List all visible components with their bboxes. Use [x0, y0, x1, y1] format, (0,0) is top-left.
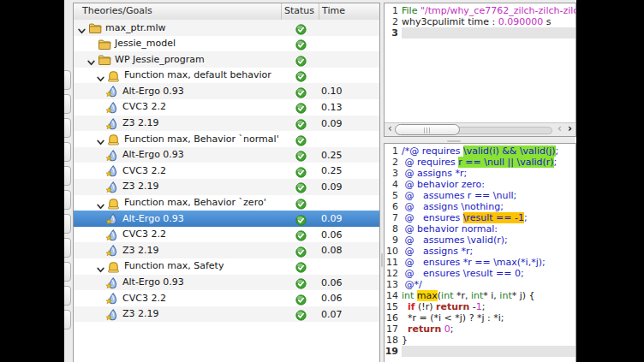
expander-icon[interactable]	[96, 71, 105, 80]
scroll-left-icon[interactable]: ‹	[385, 123, 396, 135]
prover-icon	[105, 276, 119, 289]
scrollbar-thumb[interactable]	[395, 124, 460, 135]
expander-icon[interactable]	[96, 134, 105, 144]
tree-row-label: CVC3 2.2	[122, 101, 166, 112]
toolbar-button-stub[interactable]	[64, 118, 71, 138]
prover-icon	[105, 117, 119, 130]
expander-icon[interactable]	[96, 262, 105, 271]
column-header-status[interactable]: Status	[281, 3, 319, 20]
theory-icon	[107, 69, 121, 82]
tree-row[interactable]: Jessie_model	[74, 36, 379, 52]
tree-row[interactable]: max_ptr.mlw	[74, 20, 379, 36]
status-valid-icon	[295, 22, 307, 33]
prover-icon	[105, 244, 119, 257]
horizontal-splitter-grip[interactable]	[447, 140, 461, 142]
tree-row[interactable]: CVC3 2.2 0.25	[74, 163, 379, 179]
line-number: 7	[385, 212, 398, 223]
code-line: 2why3cpulimit time : 0.090000 s	[385, 16, 575, 27]
tree-row[interactable]: Z3 2.19 0.08	[74, 242, 379, 258]
tree-row[interactable]: CVC3 2.2 0.06	[74, 290, 379, 306]
horizontal-scrollbar[interactable]: ‹ ‹ ›	[385, 122, 575, 136]
status-valid-icon	[295, 213, 307, 224]
time-value: 0.09	[321, 213, 343, 224]
line-number: 10	[385, 246, 398, 257]
time-value: 0.10	[321, 86, 343, 97]
toolbar-button-stub[interactable]	[64, 286, 71, 306]
code-line: 18}	[385, 335, 575, 346]
tree-row[interactable]: Function max, default behavior	[74, 68, 379, 84]
tree-row[interactable]: Z3 2.19 0.07	[74, 306, 379, 323]
status-valid-icon	[295, 38, 307, 49]
prover-icon	[105, 164, 119, 177]
prover-output-panel[interactable]: 1File "/tmp/why_ce7762_zilch-zilch-zilc2…	[384, 3, 576, 137]
tree-row[interactable]: Alt-Ergo 0.93 0.25	[74, 147, 379, 163]
tree-row[interactable]: Z3 2.19 0.09	[74, 116, 379, 132]
theories-goals-panel[interactable]: Theories/Goals Status Time max_ptr.mlw	[73, 3, 380, 362]
tree-row[interactable]: Function max, Behavior `normal'	[74, 131, 379, 147]
prover-icon	[105, 308, 119, 321]
line-number: 14	[385, 290, 398, 301]
source-code-panel[interactable]: 1/*@ requires \valid(i) && \valid(j);2 @…	[384, 143, 576, 362]
status-valid-icon	[295, 260, 307, 271]
time-value: 0.09	[321, 118, 343, 129]
column-header-theories-goals[interactable]: Theories/Goals	[74, 3, 281, 20]
code-line: 4 @ behavior zero:	[385, 179, 575, 190]
left-toolbar-strip	[64, 0, 73, 362]
horizontal-splitter[interactable]	[384, 137, 576, 143]
tree-row[interactable]: Function max, Safety	[74, 258, 379, 275]
time-value: 0.06	[321, 229, 343, 240]
code-line: 10 @ assigns *r;	[385, 246, 575, 257]
toolbar-button-stub[interactable]	[64, 142, 71, 162]
tree-row[interactable]: Alt-Ergo 0.93 0.10	[74, 83, 379, 99]
code-line: 16 *r = (*i < *j) ? *j : *i;	[385, 312, 575, 323]
code-line: 6 @ assigns \nothing;	[385, 201, 575, 212]
right-column: 1File "/tmp/why_ce7762_zilch-zilch-zilc2…	[384, 0, 576, 362]
line-number: 13	[385, 279, 398, 290]
folder-icon	[98, 38, 111, 50]
expander-icon[interactable]	[77, 23, 86, 33]
code-line: 7 @ ensures \result == -1;	[385, 212, 575, 223]
code-line: 1File "/tmp/why_ce7762_zilch-zilch-zilc	[385, 5, 575, 16]
column-header-time[interactable]: Time	[319, 3, 379, 20]
toolbar-button-stub[interactable]	[64, 94, 71, 114]
tree-row-label: Z3 2.19	[122, 245, 159, 256]
status-valid-icon	[295, 245, 307, 256]
tree-row-label: max_ptr.mlw	[105, 22, 166, 33]
toolbar-button-stub[interactable]	[64, 190, 71, 210]
why3-ide-window: Theories/Goals Status Time max_ptr.mlw	[64, 0, 576, 362]
vertical-splitter-grip[interactable]	[381, 253, 383, 267]
tree-row[interactable]: Alt-Ergo 0.93 0.06	[74, 275, 379, 291]
status-valid-icon	[295, 69, 307, 80]
toolbar-button-stub[interactable]	[64, 166, 71, 186]
tree-row-label: Z3 2.19	[122, 117, 159, 128]
status-valid-icon	[295, 134, 307, 145]
time-value: 0.06	[321, 293, 343, 304]
scroll-right-icon[interactable]: ›	[564, 123, 575, 135]
prover-icon	[105, 212, 119, 225]
toolbar-button-stub[interactable]	[64, 70, 71, 90]
prover-icon	[105, 85, 119, 98]
tree-row-label: Z3 2.19	[122, 308, 159, 319]
time-value: 0.06	[321, 277, 343, 288]
tree-row[interactable]: Function max, Behavior `zero'	[74, 195, 379, 211]
toolbar-button-stub[interactable]	[64, 214, 71, 234]
tree-row[interactable]: WP Jessie_program	[74, 51, 379, 68]
toolbar-button-stub[interactable]	[64, 262, 71, 282]
time-value: 0.09	[321, 181, 343, 193]
tree-row-label: Function max, Behavior `zero'	[124, 197, 266, 208]
code-line: 17 return 0;	[385, 323, 575, 335]
tree-row[interactable]: Z3 2.19 0.09	[74, 179, 379, 195]
expander-icon[interactable]	[96, 199, 105, 208]
folder-icon	[98, 53, 111, 66]
tree-row-label: CVC3 2.2	[122, 293, 166, 304]
tree-row[interactable]: CVC3 2.2 0.13	[74, 99, 379, 116]
tree-row-label: CVC3 2.2	[122, 228, 166, 240]
status-valid-icon	[295, 197, 307, 208]
expander-icon[interactable]	[86, 55, 96, 64]
time-value: 0.07	[321, 309, 343, 320]
line-number: 3	[385, 168, 398, 179]
toolbar-button-stub[interactable]	[64, 238, 71, 258]
toolbar-button-stub[interactable]	[64, 310, 71, 329]
tree-row[interactable]: Alt-Ergo 0.93 0.09	[74, 211, 379, 227]
tree-row[interactable]: CVC3 2.2 0.06	[74, 227, 379, 243]
